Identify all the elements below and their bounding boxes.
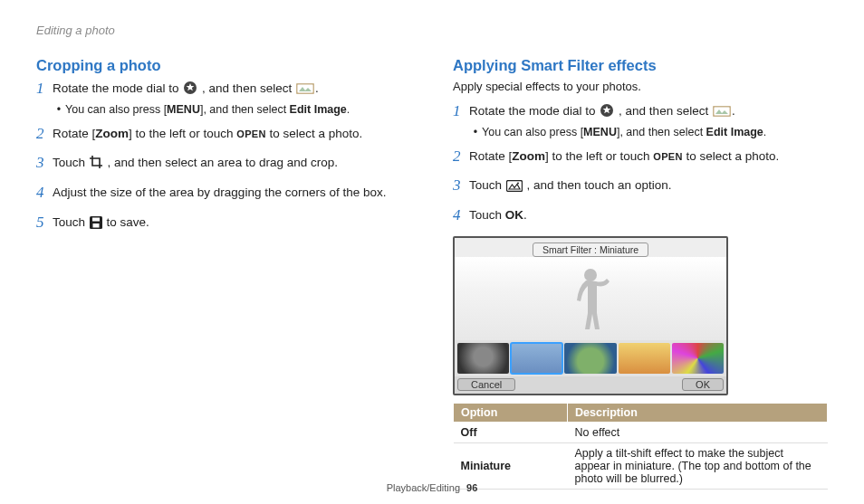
options-table: Option Description Off No effect Miniatu…	[453, 403, 828, 490]
step-text: .	[315, 81, 319, 95]
star-dial-icon	[183, 81, 197, 95]
thumb	[619, 343, 670, 374]
step-text: to save.	[103, 215, 149, 229]
edit-image-label: Edit Image	[706, 126, 763, 138]
step-item: 1 Rotate the mode dial to , and then sel…	[36, 80, 411, 118]
step-text: , and then select	[198, 81, 295, 95]
bullet-icon: •	[53, 101, 65, 118]
step-text: Rotate the mode dial to	[53, 81, 182, 95]
star-dial-icon	[600, 103, 614, 118]
zoom-label: Zoom	[512, 149, 545, 163]
menu-label: MENU	[583, 126, 617, 138]
step-number: 1	[36, 78, 53, 100]
step-text: Rotate [	[53, 127, 95, 140]
step-text: to select a photo.	[683, 149, 780, 163]
step-text: .	[732, 104, 735, 118]
step-text: Adjust the size of the area by dragging …	[53, 184, 411, 202]
step-text: , and then touch an option.	[523, 178, 672, 192]
step-text: ] to the left or touch	[545, 149, 653, 163]
table-head-description: Description	[568, 403, 828, 422]
smart-filter-subtitle: Apply special effects to your photos.	[453, 80, 828, 93]
step-text: , and then select an area to drag and cr…	[104, 156, 338, 169]
screenshot-thumbs	[455, 340, 726, 376]
heading-smart-filter: Applying Smart Filter effects	[453, 57, 828, 74]
thumb	[672, 343, 724, 374]
step-number: 3	[36, 152, 53, 175]
step-text: Touch	[469, 208, 505, 222]
step-text: .	[523, 208, 527, 222]
person-silhouette-icon	[559, 262, 622, 335]
thumb-selected	[511, 343, 562, 374]
footer-section: Playback/Editing	[387, 482, 460, 493]
svg-rect-2	[297, 85, 312, 93]
crop-icon	[90, 156, 103, 169]
edit-image-label: Edit Image	[290, 103, 347, 116]
edit-image-icon	[713, 105, 731, 118]
step-item: 4 Touch OK.	[453, 206, 828, 229]
step-text: Rotate [	[469, 149, 512, 163]
option-description: No effect	[568, 422, 828, 442]
substep-text: ], and then select	[200, 103, 290, 116]
thumb	[457, 343, 509, 374]
step-text: Touch	[53, 156, 89, 169]
step-number: 1	[453, 100, 469, 123]
thumb	[564, 343, 616, 374]
step-item: 4 Adjust the size of the area by draggin…	[36, 184, 411, 206]
bullet-icon: •	[469, 124, 482, 140]
page-number: 96	[466, 482, 477, 493]
svg-rect-5	[92, 223, 99, 228]
filter-icon	[506, 180, 523, 192]
svg-rect-9	[506, 181, 522, 192]
screenshot-cancel-button: Cancel	[457, 378, 515, 391]
step-item: 3 Touch , and then select an area to dra…	[36, 154, 411, 176]
svg-point-11	[584, 269, 597, 281]
step-item: 2 Rotate [Zoom] to the left or touch OPE…	[36, 125, 411, 147]
save-icon	[90, 216, 102, 229]
step-item: 3 Touch , and then touch an option.	[453, 176, 828, 199]
open-label: OPEN	[236, 128, 265, 139]
substep-text: ], and then select	[617, 126, 706, 138]
step-text: , and then select	[615, 104, 712, 118]
svg-rect-4	[92, 217, 100, 221]
screenshot-photo	[455, 257, 726, 340]
step-text: to select a photo.	[266, 127, 363, 140]
svg-rect-8	[714, 108, 729, 116]
column-right: Applying Smart Filter effects Apply spec…	[453, 57, 828, 490]
step-number: 2	[453, 146, 469, 168]
open-label: OPEN	[653, 151, 682, 162]
step-text: Touch	[53, 215, 89, 229]
step-text: Rotate the mode dial to	[469, 104, 599, 118]
svg-point-10	[517, 183, 519, 185]
substep-text: You can also press [	[65, 103, 167, 116]
step-item: 1 Rotate the mode dial to , and then sel…	[453, 102, 828, 140]
substep-text: You can also press [	[482, 126, 583, 138]
menu-label: MENU	[167, 103, 200, 116]
step-number: 4	[36, 182, 53, 204]
edit-image-icon	[296, 82, 314, 95]
step-number: 5	[36, 212, 53, 234]
step-text: ] to the left or touch	[129, 127, 236, 140]
ok-label: OK	[505, 208, 523, 222]
step-item: 5 Touch to save.	[36, 214, 411, 236]
screenshot-title: Smart Filter : Miniature	[533, 242, 648, 257]
page-header: Editing a photo	[36, 24, 828, 37]
heading-cropping: Cropping a photo	[36, 57, 411, 74]
option-name: Off	[454, 422, 568, 442]
substep-text: .	[347, 103, 350, 116]
step-number: 4	[453, 204, 469, 227]
smart-filter-screenshot: Smart Filter : Miniature	[453, 236, 728, 395]
screenshot-ok-button: OK	[682, 378, 724, 391]
substep-text: .	[763, 126, 766, 138]
step-number: 3	[453, 175, 469, 197]
step-number: 2	[36, 123, 53, 146]
table-row: Off No effect	[454, 422, 828, 442]
table-head-option: Option	[454, 403, 568, 422]
column-left: Cropping a photo 1 Rotate the mode dial …	[36, 57, 411, 490]
step-item: 2 Rotate [Zoom] to the left or touch OPE…	[453, 147, 828, 170]
zoom-label: Zoom	[95, 127, 129, 140]
step-text: Touch	[469, 178, 505, 192]
page-footer: Playback/Editing 96	[0, 482, 864, 493]
